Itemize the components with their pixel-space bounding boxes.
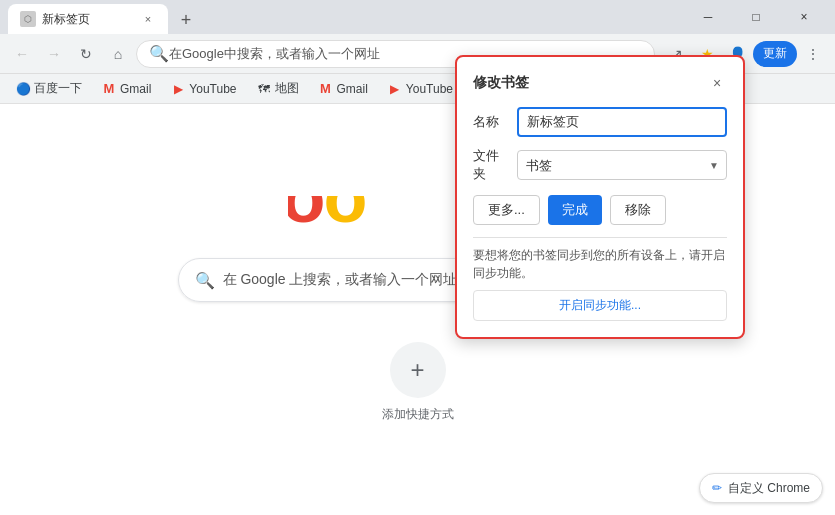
tab-area: ⬡ 新标签页 × + [8, 0, 200, 34]
gmail-label-1: Gmail [120, 82, 151, 96]
address-search-icon: 🔍 [149, 44, 169, 63]
popup-title: 修改书签 [473, 74, 529, 92]
bookmark-gmail-2[interactable]: M Gmail [311, 79, 376, 99]
popup-close-button[interactable]: × [707, 73, 727, 93]
bookmark-youtube-1[interactable]: ▶ YouTube [163, 79, 244, 99]
bookmark-baiduyixia[interactable]: 🔵 百度一下 [8, 77, 90, 100]
title-bar: ⬡ 新标签页 × + ─ □ × [0, 0, 835, 34]
done-button[interactable]: 完成 [548, 195, 602, 225]
update-button[interactable]: 更新 [753, 41, 797, 67]
maps-label: 地图 [275, 80, 299, 97]
youtube-icon-1: ▶ [171, 82, 185, 96]
customize-chrome-button[interactable]: ✏ 自定义 Chrome [699, 473, 823, 503]
reload-button[interactable]: ↻ [72, 40, 100, 68]
bookmark-edit-popup: 修改书签 × 名称 文件夹 书签 书签栏 其他书签 ▼ 更多... 完成 移除 … [455, 55, 745, 339]
menu-icon[interactable]: ⋮ [799, 40, 827, 68]
customize-label: 自定义 Chrome [728, 480, 810, 497]
close-window-button[interactable]: × [781, 0, 827, 34]
home-button[interactable]: ⌂ [104, 40, 132, 68]
add-shortcut-button[interactable]: + [390, 342, 446, 398]
popup-header: 修改书签 × [473, 73, 727, 93]
new-tab-button[interactable]: + [172, 6, 200, 34]
folder-select[interactable]: 书签 书签栏 其他书签 [517, 150, 727, 180]
back-button[interactable]: ← [8, 40, 36, 68]
bookmark-maps[interactable]: 🗺 地图 [249, 77, 307, 100]
enable-sync-link[interactable]: 开启同步功能... [473, 290, 727, 321]
active-tab[interactable]: ⬡ 新标签页 × [8, 4, 168, 34]
youtube-label-1: YouTube [189, 82, 236, 96]
baiduyixia-icon: 🔵 [16, 82, 30, 96]
tab-title: 新标签页 [42, 11, 134, 28]
customize-icon: ✏ [712, 481, 722, 495]
name-field: 名称 [473, 107, 727, 137]
minimize-button[interactable]: ─ [685, 0, 731, 34]
update-label: 更新 [763, 45, 787, 62]
add-shortcut-area: + 添加快捷方式 [382, 342, 454, 423]
tab-close-btn[interactable]: × [140, 11, 156, 27]
youtube-label-2: YouTube [406, 82, 453, 96]
logo-o2: o [324, 196, 366, 237]
remove-button[interactable]: 移除 [610, 195, 666, 225]
more-button[interactable]: 更多... [473, 195, 540, 225]
name-input[interactable] [517, 107, 727, 137]
folder-label: 文件夹 [473, 147, 509, 183]
gmail-label-2: Gmail [337, 82, 368, 96]
youtube-icon-2: ▶ [388, 82, 402, 96]
folder-field: 文件夹 书签 书签栏 其他书签 ▼ [473, 147, 727, 183]
tab-favicon: ⬡ [20, 11, 36, 27]
maximize-button[interactable]: □ [733, 0, 779, 34]
gmail-icon-2: M [319, 82, 333, 96]
search-icon: 🔍 [195, 271, 215, 290]
sync-description: 要想将您的书签同步到您的所有设备上，请开启同步功能。 [473, 246, 727, 282]
maps-icon: 🗺 [257, 82, 271, 96]
popup-divider [473, 237, 727, 238]
baiduyixia-label: 百度一下 [34, 80, 82, 97]
add-shortcut-label: 添加快捷方式 [382, 406, 454, 423]
window-controls: ─ □ × [685, 0, 827, 34]
forward-button[interactable]: → [40, 40, 68, 68]
logo-o1: o [288, 196, 324, 237]
bookmark-gmail-1[interactable]: M Gmail [94, 79, 159, 99]
name-label: 名称 [473, 113, 509, 131]
popup-actions: 更多... 完成 移除 [473, 195, 727, 225]
gmail-icon-1: M [102, 82, 116, 96]
folder-select-wrap: 书签 书签栏 其他书签 ▼ [517, 150, 727, 180]
bookmark-youtube-2[interactable]: ▶ YouTube [380, 79, 461, 99]
